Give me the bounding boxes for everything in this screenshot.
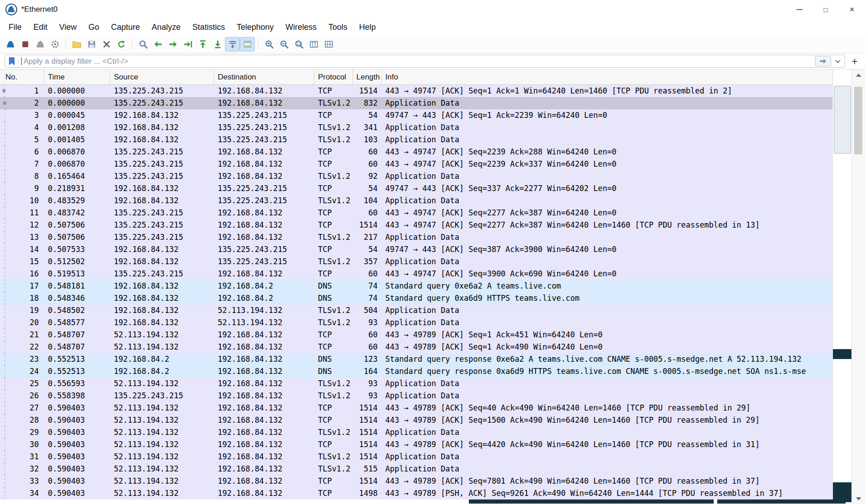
packet-row[interactable]: 50.001405192.168.84.132135.225.243.215TL… bbox=[0, 134, 833, 146]
packet-length: 1514 bbox=[353, 426, 382, 439]
menu-capture[interactable]: Capture bbox=[105, 19, 146, 35]
scroll-up-arrow-icon[interactable] bbox=[852, 70, 865, 79]
restart-capture-icon[interactable] bbox=[33, 37, 47, 51]
packet-info: 443 → 49747 [ACK] Seq=3900 Ack=690 Win=6… bbox=[382, 268, 833, 280]
packet-row[interactable]: 150.512502192.168.84.132135.225.243.215T… bbox=[0, 256, 833, 268]
column-header-src[interactable]: Source bbox=[110, 70, 214, 84]
menu-go[interactable]: Go bbox=[83, 19, 105, 35]
packet-row[interactable]: 180.548346192.168.84.132192.168.84.2DNS7… bbox=[0, 292, 833, 304]
menu-analyze[interactable]: Analyze bbox=[146, 19, 187, 35]
related-packet-marker bbox=[2, 158, 8, 170]
zoom-original-icon[interactable]: 1:1 bbox=[291, 37, 306, 51]
apply-filter-icon[interactable] bbox=[815, 56, 831, 66]
go-first-icon[interactable] bbox=[195, 37, 210, 51]
packet-row[interactable]: 90.218931192.168.84.132135.225.243.215TC… bbox=[0, 182, 833, 195]
packet-source: 52.113.194.132 bbox=[110, 414, 214, 426]
column-header-dst[interactable]: Destination bbox=[214, 70, 314, 84]
packet-protocol: TLSv1.2 bbox=[314, 121, 353, 134]
reload-icon[interactable] bbox=[114, 37, 129, 51]
packet-row[interactable]: 230.552513192.168.84.2192.168.84.132DNS1… bbox=[0, 353, 833, 365]
resize-columns-icon[interactable] bbox=[306, 37, 321, 51]
packet-row[interactable]: 170.548181192.168.84.132192.168.84.2DNS7… bbox=[0, 280, 833, 292]
scroll-down-arrow-icon[interactable] bbox=[852, 494, 865, 503]
minimize-button[interactable]: ─ bbox=[786, 0, 813, 19]
capture-options-icon[interactable] bbox=[47, 37, 62, 51]
packet-row[interactable]: 100.483529192.168.84.132135.225.243.215T… bbox=[0, 195, 833, 207]
packet-row[interactable]: 120.507506135.225.243.215192.168.84.132T… bbox=[0, 219, 833, 231]
menu-statistics[interactable]: Statistics bbox=[187, 19, 231, 35]
packet-row[interactable]: 280.59040352.113.194.132192.168.84.132TC… bbox=[0, 414, 833, 426]
column-header-info[interactable]: Info bbox=[382, 70, 833, 84]
zoom-in-icon[interactable] bbox=[262, 37, 276, 51]
go-last-icon[interactable] bbox=[210, 37, 225, 51]
filter-dropdown-chevron-icon[interactable] bbox=[833, 60, 843, 63]
intelligent-scrollbar-minimap[interactable] bbox=[832, 85, 852, 504]
go-back-icon[interactable] bbox=[150, 37, 165, 51]
packet-source: 135.225.243.215 bbox=[110, 231, 214, 243]
menu-file[interactable]: File bbox=[3, 19, 28, 35]
packet-length: 54 bbox=[353, 182, 382, 195]
packet-row[interactable]: 340.59040352.113.194.132192.168.84.132TC… bbox=[0, 487, 833, 499]
filter-bookmark-icon[interactable] bbox=[5, 55, 19, 67]
packet-row[interactable]: 80.165464135.225.243.215192.168.84.132TL… bbox=[0, 170, 833, 182]
packet-row[interactable]: 140.507533192.168.84.132135.225.243.215T… bbox=[0, 243, 833, 256]
colorize-icon[interactable] bbox=[240, 37, 255, 51]
packet-time: 0.548577 bbox=[44, 317, 110, 329]
column-header-time[interactable]: Time bbox=[44, 70, 110, 84]
close-button[interactable]: × bbox=[839, 0, 865, 19]
maximize-button[interactable]: □ bbox=[813, 0, 839, 19]
menu-help[interactable]: Help bbox=[353, 19, 382, 35]
menu-wireless[interactable]: Wireless bbox=[280, 19, 323, 35]
packet-row[interactable]: 290.59040352.113.194.132192.168.84.132TL… bbox=[0, 426, 833, 439]
display-filter-box[interactable] bbox=[5, 55, 845, 68]
packet-row[interactable]: 20.000000135.225.243.215192.168.84.132TL… bbox=[0, 97, 833, 109]
packet-row[interactable]: 260.558398135.225.243.215192.168.84.132T… bbox=[0, 390, 833, 402]
go-forward-icon[interactable] bbox=[165, 37, 180, 51]
menu-view[interactable]: View bbox=[53, 19, 83, 35]
packet-row[interactable]: 40.001208192.168.84.132135.225.243.215TL… bbox=[0, 121, 833, 134]
packet-row[interactable]: 30.000045192.168.84.132135.225.243.215TC… bbox=[0, 109, 833, 121]
vertical-scrollbar-thumb[interactable] bbox=[854, 87, 862, 154]
start-capture-icon[interactable] bbox=[3, 37, 18, 51]
save-file-icon[interactable] bbox=[84, 37, 99, 51]
open-file-icon[interactable] bbox=[69, 37, 84, 51]
column-header-len[interactable]: Length bbox=[353, 70, 382, 84]
packet-row[interactable]: 130.507506135.225.243.215192.168.84.132T… bbox=[0, 231, 833, 243]
menu-telephony[interactable]: Telephony bbox=[231, 19, 280, 35]
packet-info: 49747 → 443 [ACK] Seq=337 Ack=2277 Win=6… bbox=[382, 182, 833, 195]
packet-row[interactable]: 220.54870752.113.194.132192.168.84.132TC… bbox=[0, 341, 833, 353]
packet-row[interactable]: 240.552513192.168.84.2192.168.84.132DNS1… bbox=[0, 365, 833, 378]
packet-row[interactable]: 310.59040352.113.194.132192.168.84.132TL… bbox=[0, 451, 833, 463]
find-packet-icon[interactable] bbox=[136, 37, 150, 51]
vertical-scrollbar[interactable] bbox=[851, 70, 865, 504]
menu-edit[interactable]: Edit bbox=[28, 19, 53, 35]
minimap-thumb[interactable] bbox=[834, 86, 851, 154]
packet-row[interactable]: 190.548502192.168.84.13252.113.194.132TL… bbox=[0, 304, 833, 317]
add-filter-button[interactable]: + bbox=[849, 56, 860, 67]
fit-columns-icon[interactable] bbox=[321, 37, 336, 51]
packet-row[interactable]: 60.006870135.225.243.215192.168.84.132TC… bbox=[0, 146, 833, 158]
packet-row[interactable]: 330.59040352.113.194.132192.168.84.132TC… bbox=[0, 475, 833, 487]
close-file-icon[interactable] bbox=[99, 37, 114, 51]
auto-scroll-icon[interactable] bbox=[225, 37, 240, 51]
packet-row[interactable]: 320.59040352.113.194.132192.168.84.132TL… bbox=[0, 463, 833, 475]
packet-row[interactable]: 160.519513135.225.243.215192.168.84.132T… bbox=[0, 268, 833, 280]
display-filter-input[interactable] bbox=[22, 57, 815, 66]
packet-info: Standard query 0xe6a2 A teams.live.com bbox=[382, 280, 833, 292]
zoom-out-icon[interactable] bbox=[276, 37, 291, 51]
stop-capture-icon[interactable] bbox=[18, 37, 33, 51]
packet-row[interactable]: 10.000000135.225.243.215192.168.84.132TC… bbox=[0, 85, 833, 97]
packet-source: 52.113.194.132 bbox=[110, 378, 214, 390]
column-header-proto[interactable]: Protocol bbox=[314, 70, 353, 84]
packet-row[interactable]: 200.548577192.168.84.13252.113.194.132TL… bbox=[0, 317, 833, 329]
go-to-packet-icon[interactable] bbox=[180, 37, 195, 51]
menu-tools[interactable]: Tools bbox=[323, 19, 353, 35]
menu-bar: FileEditViewGoCaptureAnalyzeStatisticsTe… bbox=[0, 19, 865, 35]
packet-row[interactable]: 270.59040352.113.194.132192.168.84.132TC… bbox=[0, 402, 833, 414]
packet-row[interactable]: 250.55659352.113.194.132192.168.84.132TL… bbox=[0, 378, 833, 390]
packet-row[interactable]: 210.54870752.113.194.132192.168.84.132TC… bbox=[0, 329, 833, 341]
column-header-no[interactable]: No. bbox=[0, 70, 44, 84]
packet-row[interactable]: 300.59040352.113.194.132192.168.84.132TC… bbox=[0, 439, 833, 451]
packet-row[interactable]: 110.483742135.225.243.215192.168.84.132T… bbox=[0, 207, 833, 219]
packet-row[interactable]: 70.006870135.225.243.215192.168.84.132TC… bbox=[0, 158, 833, 170]
